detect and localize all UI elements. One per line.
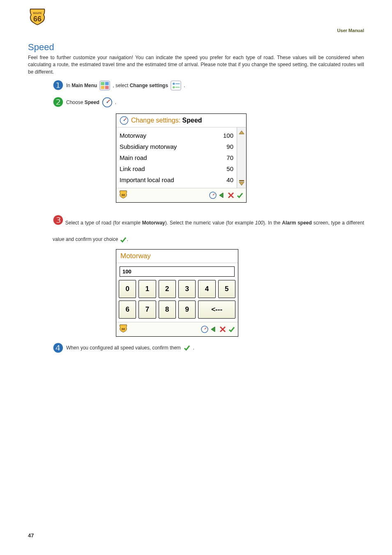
panel2-footer: 66	[116, 322, 238, 336]
confirm-icon[interactable]	[236, 192, 244, 199]
step-4-text: When you configured all speed values, co…	[66, 345, 181, 351]
key-4[interactable]: 4	[198, 280, 215, 298]
key-5[interactable]: 5	[218, 280, 235, 298]
svg-text:66: 66	[122, 327, 125, 331]
scroll-up-icon[interactable]	[238, 129, 245, 136]
panel1-footer: 66	[116, 188, 246, 202]
key-8[interactable]: 8	[159, 301, 176, 319]
key-1[interactable]: 1	[138, 280, 156, 298]
step-3: ❸ Select a type of road (for example Mot…	[53, 207, 364, 245]
main-menu-icon	[99, 80, 110, 91]
key-9[interactable]: 9	[178, 301, 196, 319]
confirm-icon	[183, 344, 191, 352]
key-6[interactable]: 6	[119, 301, 136, 319]
svg-point-13	[106, 102, 108, 103]
svg-rect-11	[175, 87, 180, 88]
close-icon[interactable]	[219, 326, 226, 333]
svg-rect-5	[101, 86, 105, 89]
route66-mini-icon: 66	[119, 190, 128, 201]
svg-point-10	[173, 86, 175, 88]
confirm-icon[interactable]	[228, 326, 235, 333]
key-3[interactable]: 3	[178, 280, 196, 298]
svg-text:ROUTE: ROUTE	[33, 12, 42, 14]
speed-settings-panel: Change settings: Speed Motorway100 Subsi…	[116, 113, 247, 203]
header-label: User Manual	[337, 28, 364, 33]
step-number-1: ❶	[53, 78, 64, 92]
svg-rect-4	[105, 82, 109, 85]
step-2-dot: .	[115, 99, 116, 105]
route66-mini-icon: 66	[119, 324, 128, 335]
svg-text:66: 66	[33, 15, 42, 23]
step-1-text: In Main Menu	[66, 83, 97, 88]
panel2-title: Motorway	[116, 250, 238, 263]
svg-rect-16	[239, 180, 244, 181]
key-0[interactable]: 0	[119, 280, 136, 298]
route66-logo: ROUTE66	[28, 7, 47, 28]
list-item[interactable]: Subsidiary motorway90	[120, 141, 233, 152]
list-item[interactable]: Main road70	[120, 152, 233, 163]
confirm-icon	[120, 236, 127, 243]
list-item[interactable]: Link road50	[120, 163, 233, 174]
keypad: 0 1 2 3 4 5 6 7 8 9 <---	[116, 280, 238, 322]
page-number: 47	[28, 532, 34, 539]
speed-input[interactable]: 100	[120, 266, 235, 277]
step-number-4: ❹	[53, 341, 64, 355]
step-2-text: Choose Speed	[66, 99, 99, 105]
scroll-down-icon[interactable]	[238, 179, 245, 186]
svg-rect-9	[175, 83, 180, 84]
svg-text:66: 66	[122, 193, 125, 197]
gauge-icon[interactable]	[209, 192, 217, 199]
page-title: Speed	[28, 42, 364, 53]
key-backspace[interactable]: <---	[198, 301, 235, 319]
step-4: ❹ When you configured all speed values, …	[53, 341, 364, 355]
key-7[interactable]: 7	[138, 301, 156, 319]
svg-point-8	[173, 83, 175, 85]
speed-list: Motorway100 Subsidiary motorway90 Main r…	[116, 127, 237, 188]
step-2: ❷ Choose Speed .	[53, 95, 364, 109]
list-item[interactable]: Motorway100	[120, 130, 233, 141]
scrollbar[interactable]	[237, 127, 246, 188]
panel1-title: Change settings: Speed	[116, 114, 246, 127]
back-icon[interactable]	[210, 326, 217, 333]
step-1-dot: .	[184, 83, 185, 88]
step-1-text-b: , select Change settings	[113, 83, 168, 88]
alarm-speed-panel: Motorway 100 0 1 2 3 4 5 6 7 8 9 <--- 66	[116, 249, 238, 337]
step-4-dot: .	[193, 345, 194, 351]
gauge-icon[interactable]	[201, 326, 208, 333]
list-item[interactable]: Important local road40	[120, 174, 233, 185]
speed-icon	[102, 97, 113, 108]
svg-rect-6	[105, 86, 109, 89]
back-icon[interactable]	[218, 192, 226, 199]
close-icon[interactable]	[227, 192, 235, 199]
change-settings-icon	[171, 80, 181, 91]
step-number-2: ❷	[53, 95, 64, 109]
svg-rect-7	[171, 81, 181, 90]
key-2[interactable]: 2	[159, 280, 176, 298]
intro-text: Feel free to further customize your navi…	[28, 54, 364, 76]
svg-rect-3	[101, 82, 105, 85]
step-number-3: ❸	[53, 207, 64, 234]
step-1: ❶ In Main Menu , select Change settings …	[53, 78, 364, 92]
svg-point-15	[124, 120, 125, 121]
